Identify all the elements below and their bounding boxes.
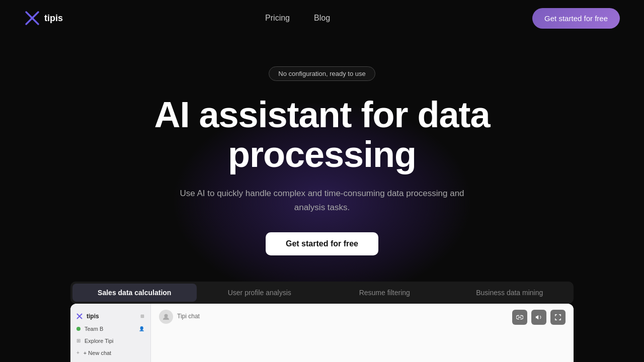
hero-subtitle: Use AI to quickly handle complex and tim… bbox=[176, 187, 468, 214]
sidebar-brand: tipis ⊞ bbox=[70, 310, 150, 323]
preview-window: tipis ⊞ Team B 👤 ⊞ Explore Tipi + + New … bbox=[70, 304, 574, 362]
link-icon bbox=[516, 314, 523, 321]
tabs-bar: Sales data calculation User profile anal… bbox=[70, 282, 574, 304]
fullscreen-icon bbox=[554, 314, 561, 321]
preview-sidebar: tipis ⊞ Team B 👤 ⊞ Explore Tipi + + New … bbox=[70, 304, 151, 362]
avatar-icon bbox=[162, 313, 170, 321]
hero-section: No configuration, ready to use AI assist… bbox=[0, 36, 644, 255]
nav-cta-button[interactable]: Get started for free bbox=[532, 8, 620, 29]
window-ctrl-sound[interactable] bbox=[531, 310, 546, 325]
tab-user-profile[interactable]: User profile analysis bbox=[198, 284, 322, 302]
sidebar-explore[interactable]: ⊞ Explore Tipi bbox=[70, 335, 150, 347]
sidebar-brand-label: tipis bbox=[87, 313, 99, 320]
logo-text: tipis bbox=[44, 13, 63, 24]
svg-point-5 bbox=[165, 314, 168, 317]
tabs-section: Sales data calculation User profile anal… bbox=[70, 282, 574, 304]
sidebar-team-label: Team B bbox=[85, 326, 103, 332]
hero-title: AI assistant for data processing bbox=[96, 95, 548, 174]
team-dot bbox=[76, 327, 80, 331]
window-controls bbox=[512, 310, 566, 325]
sidebar-explore-label: Explore Tipi bbox=[85, 338, 113, 344]
nav-link-pricing[interactable]: Pricing bbox=[265, 14, 290, 23]
hero-cta-button[interactable]: Get started for free bbox=[266, 232, 378, 255]
tab-business-data[interactable]: Business data mining bbox=[448, 284, 572, 302]
window-ctrl-fullscreen[interactable] bbox=[550, 310, 566, 325]
logo-icon bbox=[24, 10, 40, 26]
nav-links: Pricing Blog bbox=[265, 14, 330, 23]
sidebar-new-chat[interactable]: + + New chat bbox=[70, 347, 150, 359]
chat-label: Tipi chat bbox=[177, 310, 200, 320]
chat-avatar bbox=[159, 310, 173, 324]
tab-sales-data[interactable]: Sales data calculation bbox=[72, 284, 197, 302]
preview-main: Tipi chat bbox=[151, 304, 574, 362]
logo[interactable]: tipis bbox=[24, 10, 63, 26]
hero-badge: No configuration, ready to use bbox=[269, 66, 375, 81]
volume-icon bbox=[535, 314, 542, 321]
window-ctrl-link[interactable] bbox=[512, 310, 527, 325]
sidebar-new-chat-label: + New chat bbox=[84, 350, 111, 356]
svg-point-2 bbox=[31, 17, 34, 20]
tab-resume-filtering[interactable]: Resume filtering bbox=[323, 284, 447, 302]
navbar: tipis Pricing Blog Get started for free bbox=[0, 0, 644, 36]
sidebar-logo-icon bbox=[76, 313, 83, 319]
nav-link-blog[interactable]: Blog bbox=[314, 14, 330, 23]
sidebar-team[interactable]: Team B 👤 bbox=[70, 323, 150, 335]
